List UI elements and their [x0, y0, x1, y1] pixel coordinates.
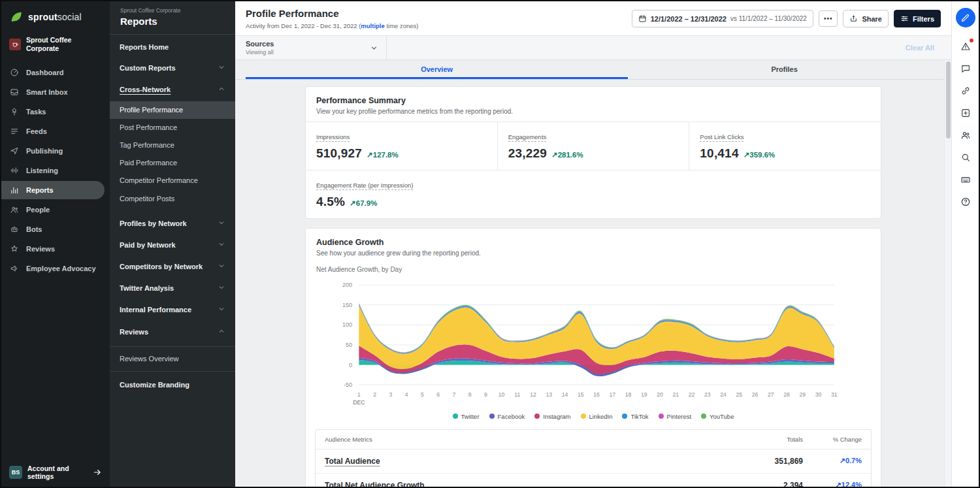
chevron-down-icon [218, 305, 225, 315]
tab-profiles[interactable]: Profiles [628, 60, 941, 79]
nav-item-listening[interactable]: Listening [1, 161, 105, 180]
share-button[interactable]: Share [843, 10, 889, 27]
chevron-down-icon [218, 63, 225, 73]
reports-nav-reports-home[interactable]: Reports Home [110, 37, 235, 57]
help-button[interactable] [956, 191, 975, 213]
legend-label: YouTube [710, 413, 734, 420]
reports-sidebar-header[interactable]: Sprout Coffee Corporate Reports [110, 1, 235, 35]
metric-label[interactable]: Engagement Rate (per Impression) [316, 182, 413, 190]
date-range-button[interactable]: 12/1/2022 – 12/31/2022 vs 11/1/2022 – 11… [632, 10, 813, 27]
share-icon [849, 14, 858, 23]
messages-button[interactable] [956, 57, 975, 80]
reports-nav-profile-performance[interactable]: Profile Performance [110, 101, 235, 119]
filters-button[interactable]: Filters [894, 10, 941, 27]
nav-item-smart-inbox[interactable]: Smart Inbox [1, 83, 105, 101]
nav-item-bots[interactable]: Bots [1, 220, 105, 238]
legend-item-instagram[interactable]: Instagram [534, 413, 570, 420]
svg-text:30: 30 [815, 391, 822, 398]
workspace-icon [9, 39, 21, 50]
legend-item-pinterest[interactable]: Pinterest [659, 413, 692, 420]
legend-item-youtube[interactable]: YouTube [701, 413, 734, 420]
nav-item-label: Tasks [26, 108, 46, 116]
nav-item-reviews[interactable]: Reviews [1, 240, 105, 258]
svg-text:4: 4 [405, 391, 408, 398]
legend-label: Instagram [543, 413, 570, 420]
people-icon [10, 205, 19, 214]
table-body: Total Audience351,869↗0.7%Total Net Audi… [316, 449, 871, 487]
svg-text:24: 24 [720, 391, 727, 398]
reports-nav-competitor-performance[interactable]: Competitor Performance [110, 172, 235, 189]
team-button[interactable] [956, 124, 975, 146]
nav-item-publishing[interactable]: Publishing [1, 142, 105, 160]
bots-icon [10, 225, 19, 234]
compose-button[interactable] [956, 8, 975, 27]
sources-dropdown[interactable]: Sources Viewing all [235, 36, 387, 59]
svg-text:0: 0 [349, 362, 352, 368]
tab-overview[interactable]: Overview [246, 60, 628, 79]
reports-nav-cross-network[interactable]: Cross-Network [110, 79, 235, 101]
reports-nav-customize-branding[interactable]: Customize Branding [110, 375, 235, 395]
legend-label: Facebook [498, 413, 525, 420]
reports-nav-custom-reports[interactable]: Custom Reports [110, 57, 235, 79]
add-button[interactable] [956, 102, 975, 124]
divider [110, 346, 235, 347]
reports-nav-label: Paid Performance [120, 159, 177, 167]
reports-nav-reviews-overview[interactable]: Reviews Overview [110, 350, 235, 368]
more-options-button[interactable]: ••• [819, 10, 838, 27]
nav-item-label: Feeds [26, 127, 47, 135]
link-button[interactable] [956, 80, 975, 102]
account-settings-label: Account and settings [27, 464, 88, 480]
clear-all-button[interactable]: Clear All [906, 44, 934, 52]
keyboard-button[interactable] [956, 169, 975, 191]
metric-label[interactable]: Engagements [508, 133, 547, 142]
chevron-up-icon [218, 85, 225, 95]
legend-item-twitter[interactable]: Twitter [453, 413, 480, 420]
metric-name[interactable]: Total Net Audience Growth [325, 481, 731, 487]
reports-sidebar-title: Reports [120, 16, 225, 27]
metric-value: 23,229 [508, 146, 547, 161]
reports-nav-competitors-by-network[interactable]: Competitors by Network [110, 256, 235, 278]
nav-item-employee-advocacy[interactable]: Employee Advocacy [1, 259, 105, 278]
reports-nav-internal-performance[interactable]: Internal Performance [110, 299, 235, 321]
svg-text:5: 5 [421, 391, 424, 398]
legend-item-facebook[interactable]: Facebook [489, 413, 525, 420]
nav-item-tasks[interactable]: Tasks [1, 103, 105, 121]
metric-label[interactable]: Post Link Clicks [700, 133, 743, 142]
chevron-down-icon [218, 284, 225, 293]
reports-nav-competitor-posts[interactable]: Competitor Posts [110, 190, 235, 208]
nav-item-feeds[interactable]: Feeds [1, 122, 105, 140]
vertical-scrollbar[interactable] [944, 60, 951, 487]
timezones-link[interactable]: multiple [361, 22, 384, 29]
svg-text:26: 26 [752, 391, 759, 398]
legend-item-linkedin[interactable]: LinkedIn [581, 413, 613, 420]
user-avatar: BS [9, 466, 22, 479]
table-row: Total Net Audience Growth2,394↗12.4% [316, 474, 871, 487]
brand-logo[interactable]: sproutsocial [1, 1, 110, 29]
metric-name[interactable]: Total Audience [325, 457, 731, 466]
workspace-switcher[interactable]: Sprout Coffee Corporate [1, 29, 110, 63]
nav-item-reports[interactable]: Reports [1, 181, 105, 199]
nav-item-dashboard[interactable]: Dashboard [1, 63, 105, 82]
reports-nav-profiles-by-network[interactable]: Profiles by Network [110, 213, 235, 235]
legend-item-tiktok[interactable]: TikTok [622, 413, 648, 420]
reports-nav-label: Profiles by Network [120, 220, 187, 228]
reports-nav-paid-by-network[interactable]: Paid by Network [110, 235, 235, 256]
reports-nav-twitter-analysis[interactable]: Twitter Analysis [110, 278, 235, 299]
reports-nav-reviews[interactable]: Reviews [110, 321, 235, 343]
utility-rail [951, 1, 979, 487]
keyboard-icon [960, 174, 971, 185]
alerts-button[interactable] [956, 35, 975, 57]
search-button[interactable] [956, 146, 975, 169]
main-content: Profile Performance Activity from Dec 1,… [235, 1, 951, 487]
svg-text:200: 200 [342, 282, 352, 288]
account-settings[interactable]: BS Account and settings [1, 461, 110, 484]
scrollbar-thumb[interactable] [946, 61, 951, 138]
reports-nav-tag-performance[interactable]: Tag Performance [110, 137, 235, 154]
metric-label[interactable]: Impressions [316, 133, 350, 142]
report-tabs: Overview Profiles [235, 60, 951, 80]
reports-nav-label: Tag Performance [120, 141, 174, 150]
reports-nav-post-performance[interactable]: Post Performance [110, 119, 235, 137]
utility-rail-icons [956, 35, 975, 213]
nav-item-people[interactable]: People [1, 201, 105, 219]
reports-nav-paid-performance[interactable]: Paid Performance [110, 154, 235, 172]
